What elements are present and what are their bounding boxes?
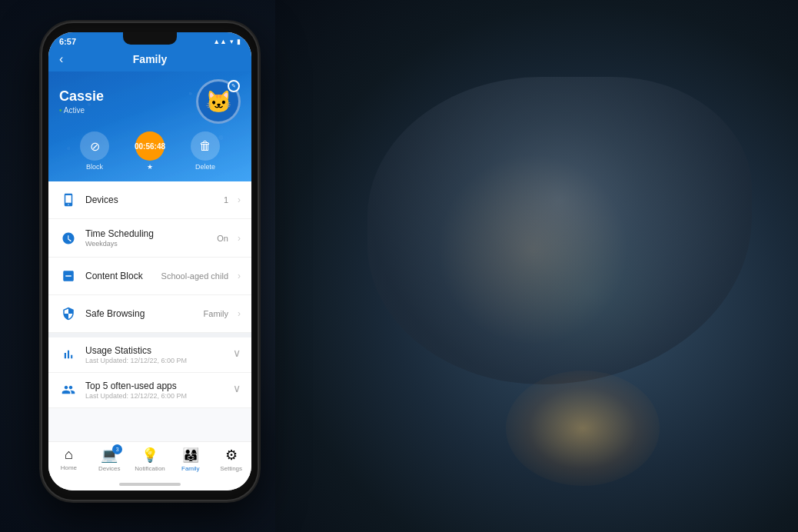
content-block-icon (59, 267, 78, 285)
phone-mockup: 6:57 ▲▲ ▾ ▮ ‹ Family Cassie Active (42, 23, 258, 500)
usage-stats-sub: Last Updated: 12/12/22, 6:00 PM (85, 357, 225, 364)
timer-label: ★ (147, 163, 153, 171)
nav-settings[interactable]: ⚙ Settings (211, 447, 251, 472)
safe-browsing-chevron: › (238, 308, 241, 319)
edit-badge[interactable]: ✎ (228, 80, 240, 92)
devices-nav-icon: 💻 3 (101, 447, 118, 464)
top-apps-content: Top 5 often-used apps Last Updated: 12/1… (85, 381, 225, 400)
safe-browsing-label: Safe Browsing (85, 308, 196, 319)
profile-name: Cassie (59, 88, 104, 105)
settings-nav-label: Settings (220, 465, 242, 472)
time-icon (59, 229, 78, 248)
time-scheduling-sublabel: Weekdays (85, 240, 209, 248)
usage-stats-title: Usage Statistics (85, 345, 225, 356)
block-action[interactable]: ⊘ Block (80, 131, 109, 171)
top-apps-item[interactable]: Top 5 often-used apps Last Updated: 12/1… (48, 373, 251, 408)
nav-devices[interactable]: 💻 3 Devices (89, 447, 130, 472)
home-indicator (48, 480, 251, 490)
notification-nav-label: Notification (135, 465, 165, 472)
action-row: ⊘ Block 00:56:48 ★ 🗑 Delet (59, 124, 241, 171)
menu-item-devices[interactable]: Devices 1 › (48, 181, 251, 219)
phone-frame: 6:57 ▲▲ ▾ ▮ ‹ Family Cassie Active (42, 23, 258, 500)
home-icon: ⌂ (65, 447, 73, 463)
content-block-content: Content Block (85, 271, 154, 281)
menu-item-safe-browsing[interactable]: Safe Browsing Family › (48, 295, 251, 333)
nav-notification[interactable]: 💡 Notification (130, 447, 171, 472)
content-block-value: School-aged child (161, 271, 228, 281)
top-apps-title: Top 5 often-used apps (85, 381, 225, 391)
time-scheduling-label: Time Scheduling (85, 228, 209, 239)
time-scheduling-value: On (217, 234, 228, 243)
safe-browsing-content: Safe Browsing (85, 308, 196, 319)
wifi-icon: ▾ (230, 38, 234, 45)
profile-row: Cassie Active 🐱 ✎ (59, 79, 241, 124)
battery-icon: ▮ (237, 38, 241, 45)
status-time: 6:57 (59, 37, 76, 46)
home-nav-label: Home (61, 464, 77, 471)
back-button[interactable]: ‹ (59, 52, 63, 66)
delete-action[interactable]: 🗑 Delete (191, 131, 220, 171)
header-title: Family (133, 53, 167, 65)
timer-icon-circle: 00:56:48 (135, 131, 165, 161)
block-icon-circle: ⊘ (80, 131, 109, 161)
app-header: ‹ Family (48, 48, 251, 71)
content-block-chevron: › (238, 271, 241, 281)
profile-status: Active (59, 106, 104, 115)
avatar-icon: 🐱 (205, 89, 232, 115)
nav-family[interactable]: 👨‍👩‍👧 Family (170, 447, 211, 472)
devices-badge: 3 (112, 444, 122, 454)
family-nav-label: Family (181, 465, 200, 472)
phone-glow-effect (506, 371, 660, 486)
nav-home[interactable]: ⌂ Home (48, 447, 89, 472)
devices-label: Devices (85, 195, 216, 205)
time-scheduling-content: Time Scheduling Weekdays (85, 228, 209, 248)
settings-icon: ⚙ (225, 447, 238, 464)
profile-avatar[interactable]: 🐱 ✎ (196, 79, 241, 124)
safe-browsing-icon (59, 304, 78, 323)
timer-value: 00:56:48 (135, 142, 165, 151)
profile-section: Cassie Active 🐱 ✎ ⊘ (48, 71, 251, 181)
time-scheduling-chevron: › (238, 233, 241, 244)
usage-stats-icon (59, 345, 78, 364)
timer-action[interactable]: 00:56:48 ★ (135, 131, 165, 171)
family-icon: 👨‍👩‍👧 (182, 447, 199, 464)
content-block-label: Content Block (85, 271, 154, 281)
delete-icon-circle: 🗑 (191, 131, 220, 161)
menu-item-time-scheduling[interactable]: Time Scheduling Weekdays On › (48, 219, 251, 258)
safe-browsing-value: Family (204, 309, 228, 318)
delete-icon: 🗑 (199, 139, 211, 153)
devices-value: 1 (224, 195, 228, 204)
profile-info: Cassie Active (59, 88, 104, 115)
phone-notch (123, 32, 177, 45)
top-apps-header: Top 5 often-used apps Last Updated: 12/1… (48, 373, 251, 407)
devices-chevron: › (238, 195, 241, 205)
devices-icon (59, 191, 78, 209)
bottom-navigation: ⌂ Home 💻 3 Devices 💡 Notification 👨‍👩‍👧 (48, 441, 251, 480)
phone-screen: 6:57 ▲▲ ▾ ▮ ‹ Family Cassie Active (48, 32, 251, 490)
face-light-effect (437, 154, 629, 346)
top-apps-icon (59, 381, 78, 399)
top-apps-sub: Last Updated: 12/12/22, 6:00 PM (85, 392, 225, 400)
block-label: Block (86, 163, 103, 171)
usage-statistics-item[interactable]: Usage Statistics Last Updated: 12/12/22,… (48, 337, 251, 373)
menu-list: Devices 1 › Time Scheduling Weekdays On (48, 181, 251, 441)
delete-label: Delete (195, 163, 215, 171)
usage-stats-content: Usage Statistics Last Updated: 12/12/22,… (85, 345, 225, 364)
status-icons: ▲▲ ▾ ▮ (213, 38, 241, 45)
block-icon: ⊘ (90, 139, 100, 154)
home-bar (119, 483, 181, 486)
devices-nav-label: Devices (98, 465, 120, 472)
signal-icon: ▲▲ (213, 38, 227, 45)
devices-content: Devices (85, 195, 216, 205)
top-apps-arrow: ∨ (233, 382, 241, 394)
notification-icon: 💡 (141, 447, 158, 464)
menu-item-content-block[interactable]: Content Block School-aged child › (48, 258, 251, 295)
usage-statistics-header: Usage Statistics Last Updated: 12/12/22,… (48, 337, 251, 372)
usage-stats-arrow: ∨ (233, 347, 241, 359)
edit-icon: ✎ (231, 83, 236, 89)
